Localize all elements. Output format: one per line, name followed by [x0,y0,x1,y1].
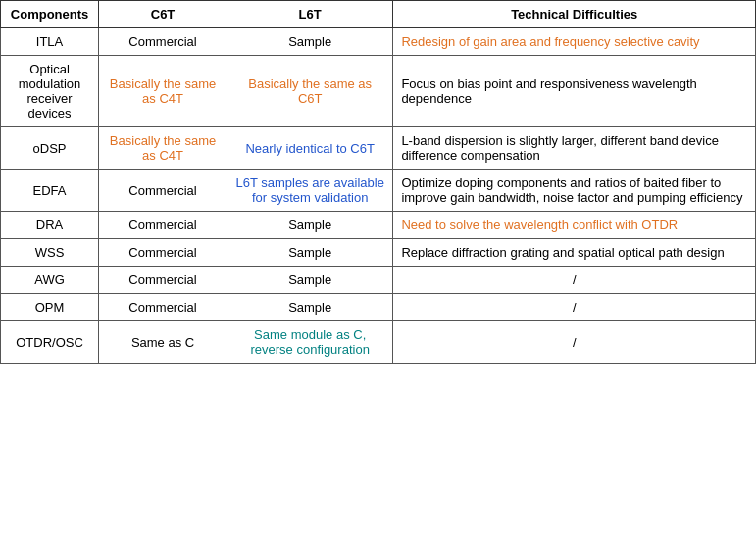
cell-tech: Redesign of gain area and frequency sele… [393,28,756,56]
cell-component: EDFA [1,170,99,212]
table-row: OTDR/OSCSame as CSame module as C, rever… [1,321,756,364]
header-c6t: C6T [99,1,227,28]
cell-tech: Optimize doping components and ratios of… [393,170,756,212]
table-row: EDFACommercialL6T samples are available … [1,170,756,212]
cell-tech: Need to solve the wavelength conflict wi… [393,212,756,239]
cell-l6t: Sample [227,28,392,56]
cell-l6t: Basically the same as C6T [227,56,392,127]
cell-component: Optical modulation receiver devices [1,56,99,127]
cell-l6t: Sample [227,294,392,321]
table-body: ITLACommercialSampleRedesign of gain are… [1,28,756,364]
cell-tech: L-band dispersion is slightly larger, di… [393,127,756,170]
cell-c6t: Commercial [99,28,227,56]
cell-component: DRA [1,212,99,239]
table-row: oDSPBasically the same as C4TNearly iden… [1,127,756,170]
cell-l6t: Sample [227,267,392,294]
cell-component: OTDR/OSC [1,321,99,364]
cell-tech: / [393,267,756,294]
table-row: DRACommercialSampleNeed to solve the wav… [1,212,756,239]
header-tech: Technical Difficulties [393,1,756,28]
table-header-row: Components C6T L6T Technical Difficultie… [1,1,756,28]
cell-l6t: Sample [227,212,392,239]
cell-c6t: Basically the same as C4T [99,127,227,170]
cell-component: oDSP [1,127,99,170]
cell-component: OPM [1,294,99,321]
header-l6t: L6T [227,1,392,28]
cell-l6t: Same module as C, reverse configuration [227,321,392,364]
table-row: WSSCommercialSampleReplace diffraction g… [1,239,756,267]
cell-c6t: Commercial [99,239,227,267]
cell-tech: / [393,294,756,321]
table-row: Optical modulation receiver devicesBasic… [1,56,756,127]
cell-l6t: Sample [227,239,392,267]
cell-c6t: Commercial [99,170,227,212]
cell-c6t: Commercial [99,294,227,321]
cell-component: ITLA [1,28,99,56]
table-row: ITLACommercialSampleRedesign of gain are… [1,28,756,56]
cell-tech: / [393,321,756,364]
cell-tech: Focus on bias point and responsiveness w… [393,56,756,127]
cell-c6t: Basically the same as C4T [99,56,227,127]
cell-component: AWG [1,267,99,294]
main-table-container: Components C6T L6T Technical Difficultie… [0,0,756,364]
cell-c6t: Commercial [99,212,227,239]
table-row: AWGCommercialSample/ [1,267,756,294]
cell-c6t: Same as C [99,321,227,364]
cell-l6t: L6T samples are available for system val… [227,170,392,212]
header-components: Components [1,1,99,28]
cell-component: WSS [1,239,99,267]
table-row: OPMCommercialSample/ [1,294,756,321]
cell-l6t: Nearly identical to C6T [227,127,392,170]
components-table: Components C6T L6T Technical Difficultie… [0,0,756,364]
cell-c6t: Commercial [99,267,227,294]
cell-tech: Replace diffraction grating and spatial … [393,239,756,267]
